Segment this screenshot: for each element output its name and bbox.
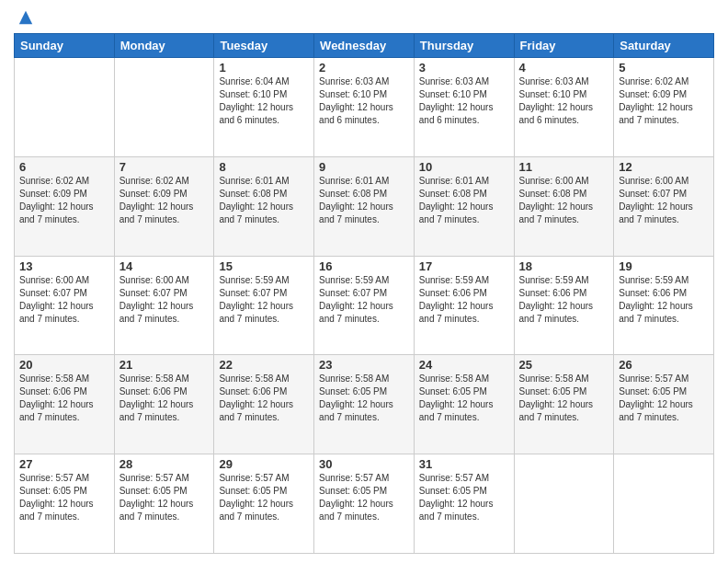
calendar-cell: 10Sunrise: 6:01 AM Sunset: 6:08 PM Dayli… <box>414 156 514 256</box>
calendar-cell: 18Sunrise: 5:59 AM Sunset: 6:06 PM Dayli… <box>514 256 614 355</box>
day-number: 9 <box>319 160 409 174</box>
day-number: 6 <box>19 160 109 174</box>
day-info: Sunrise: 5:57 AM Sunset: 6:05 PM Dayligh… <box>319 472 409 523</box>
svg-marker-0 <box>19 11 32 24</box>
day-info: Sunrise: 5:59 AM Sunset: 6:06 PM Dayligh… <box>619 274 709 326</box>
day-number: 3 <box>419 61 509 75</box>
day-info: Sunrise: 6:00 AM Sunset: 6:07 PM Dayligh… <box>19 274 109 326</box>
day-info: Sunrise: 5:57 AM Sunset: 6:05 PM Dayligh… <box>219 472 309 523</box>
day-number: 2 <box>319 61 409 75</box>
day-number: 4 <box>519 61 609 75</box>
day-info: Sunrise: 5:59 AM Sunset: 6:06 PM Dayligh… <box>419 274 509 326</box>
day-number: 1 <box>219 61 309 75</box>
weekday-header-thursday: Thursday <box>414 34 514 58</box>
day-number: 23 <box>319 358 409 372</box>
day-info: Sunrise: 5:58 AM Sunset: 6:05 PM Dayligh… <box>419 373 509 424</box>
day-number: 29 <box>219 457 309 471</box>
calendar-cell: 28Sunrise: 5:57 AM Sunset: 6:05 PM Dayli… <box>114 454 214 554</box>
day-info: Sunrise: 5:59 AM Sunset: 6:06 PM Dayligh… <box>519 274 609 326</box>
day-info: Sunrise: 6:00 AM Sunset: 6:07 PM Dayligh… <box>619 175 709 226</box>
day-info: Sunrise: 5:58 AM Sunset: 6:06 PM Dayligh… <box>119 373 210 424</box>
calendar-cell: 30Sunrise: 5:57 AM Sunset: 6:05 PM Dayli… <box>314 454 415 554</box>
day-number: 14 <box>119 259 210 273</box>
day-info: Sunrise: 5:57 AM Sunset: 6:05 PM Dayligh… <box>419 472 509 523</box>
calendar-cell: 12Sunrise: 6:00 AM Sunset: 6:07 PM Dayli… <box>614 156 714 256</box>
day-number: 5 <box>619 61 709 75</box>
day-info: Sunrise: 5:58 AM Sunset: 6:05 PM Dayligh… <box>319 373 409 424</box>
calendar-cell: 22Sunrise: 5:58 AM Sunset: 6:06 PM Dayli… <box>214 355 314 454</box>
day-number: 11 <box>519 160 609 174</box>
day-info: Sunrise: 6:00 AM Sunset: 6:08 PM Dayligh… <box>519 175 609 226</box>
calendar-cell: 17Sunrise: 5:59 AM Sunset: 6:06 PM Dayli… <box>414 256 514 355</box>
day-info: Sunrise: 6:03 AM Sunset: 6:10 PM Dayligh… <box>519 75 609 127</box>
day-info: Sunrise: 5:57 AM Sunset: 6:05 PM Dayligh… <box>119 472 210 523</box>
calendar-cell: 31Sunrise: 5:57 AM Sunset: 6:05 PM Dayli… <box>414 454 514 554</box>
weekday-header-friday: Friday <box>514 34 614 58</box>
page: SundayMondayTuesdayWednesdayThursdayFrid… <box>0 0 728 563</box>
calendar-cell: 24Sunrise: 5:58 AM Sunset: 6:05 PM Dayli… <box>414 355 514 454</box>
week-row-5: 27Sunrise: 5:57 AM Sunset: 6:05 PM Dayli… <box>15 454 714 554</box>
day-info: Sunrise: 6:00 AM Sunset: 6:07 PM Dayligh… <box>119 274 210 326</box>
day-info: Sunrise: 5:58 AM Sunset: 6:05 PM Dayligh… <box>519 373 609 424</box>
calendar-cell: 2Sunrise: 6:03 AM Sunset: 6:10 PM Daylig… <box>314 58 415 157</box>
day-number: 28 <box>119 457 210 471</box>
weekday-header-saturday: Saturday <box>614 34 714 58</box>
calendar-cell: 3Sunrise: 6:03 AM Sunset: 6:10 PM Daylig… <box>414 58 514 157</box>
day-number: 17 <box>419 259 509 273</box>
calendar-cell <box>614 454 714 554</box>
day-number: 26 <box>619 358 709 372</box>
day-number: 21 <box>119 358 210 372</box>
calendar-cell: 23Sunrise: 5:58 AM Sunset: 6:05 PM Dayli… <box>314 355 415 454</box>
calendar-cell: 9Sunrise: 6:01 AM Sunset: 6:08 PM Daylig… <box>314 156 415 256</box>
week-row-4: 20Sunrise: 5:58 AM Sunset: 6:06 PM Dayli… <box>15 355 714 454</box>
day-info: Sunrise: 6:02 AM Sunset: 6:09 PM Dayligh… <box>119 175 210 226</box>
day-number: 7 <box>119 160 210 174</box>
week-row-3: 13Sunrise: 6:00 AM Sunset: 6:07 PM Dayli… <box>15 256 714 355</box>
calendar-cell: 5Sunrise: 6:02 AM Sunset: 6:09 PM Daylig… <box>614 58 714 157</box>
day-info: Sunrise: 6:02 AM Sunset: 6:09 PM Dayligh… <box>19 175 109 226</box>
day-info: Sunrise: 5:59 AM Sunset: 6:07 PM Dayligh… <box>319 274 409 326</box>
day-number: 8 <box>219 160 309 174</box>
week-row-1: 1Sunrise: 6:04 AM Sunset: 6:10 PM Daylig… <box>15 58 714 157</box>
weekday-header-row: SundayMondayTuesdayWednesdayThursdayFrid… <box>15 34 714 58</box>
calendar-cell: 13Sunrise: 6:00 AM Sunset: 6:07 PM Dayli… <box>15 256 115 355</box>
calendar-cell: 27Sunrise: 5:57 AM Sunset: 6:05 PM Dayli… <box>15 454 115 554</box>
day-number: 31 <box>419 457 509 471</box>
week-row-2: 6Sunrise: 6:02 AM Sunset: 6:09 PM Daylig… <box>15 156 714 256</box>
calendar-table: SundayMondayTuesdayWednesdayThursdayFrid… <box>14 33 714 554</box>
weekday-header-monday: Monday <box>114 34 214 58</box>
day-info: Sunrise: 5:59 AM Sunset: 6:07 PM Dayligh… <box>219 274 309 326</box>
day-info: Sunrise: 6:02 AM Sunset: 6:09 PM Dayligh… <box>619 75 709 127</box>
calendar-cell: 7Sunrise: 6:02 AM Sunset: 6:09 PM Daylig… <box>114 156 214 256</box>
day-number: 16 <box>319 259 409 273</box>
calendar-cell: 8Sunrise: 6:01 AM Sunset: 6:08 PM Daylig… <box>214 156 314 256</box>
logo-icon <box>17 9 34 26</box>
day-number: 15 <box>219 259 309 273</box>
day-number: 20 <box>19 358 109 372</box>
calendar-cell: 1Sunrise: 6:04 AM Sunset: 6:10 PM Daylig… <box>214 58 314 157</box>
day-info: Sunrise: 6:03 AM Sunset: 6:10 PM Dayligh… <box>319 75 409 127</box>
day-number: 25 <box>519 358 609 372</box>
day-info: Sunrise: 6:01 AM Sunset: 6:08 PM Dayligh… <box>419 175 509 226</box>
calendar-cell <box>114 58 214 157</box>
day-info: Sunrise: 5:58 AM Sunset: 6:06 PM Dayligh… <box>19 373 109 424</box>
day-number: 19 <box>619 259 709 273</box>
calendar-cell: 26Sunrise: 5:57 AM Sunset: 6:05 PM Dayli… <box>614 355 714 454</box>
day-info: Sunrise: 5:57 AM Sunset: 6:05 PM Dayligh… <box>619 373 709 424</box>
day-number: 10 <box>419 160 509 174</box>
day-number: 24 <box>419 358 509 372</box>
day-info: Sunrise: 6:03 AM Sunset: 6:10 PM Dayligh… <box>419 75 509 127</box>
day-number: 12 <box>619 160 709 174</box>
calendar-cell: 14Sunrise: 6:00 AM Sunset: 6:07 PM Dayli… <box>114 256 214 355</box>
day-number: 30 <box>319 457 409 471</box>
day-info: Sunrise: 6:01 AM Sunset: 6:08 PM Dayligh… <box>219 175 309 226</box>
weekday-header-tuesday: Tuesday <box>214 34 314 58</box>
day-number: 27 <box>19 457 109 471</box>
day-info: Sunrise: 6:01 AM Sunset: 6:08 PM Dayligh… <box>319 175 409 226</box>
day-number: 22 <box>219 358 309 372</box>
day-number: 18 <box>519 259 609 273</box>
calendar-cell <box>15 58 115 157</box>
day-info: Sunrise: 6:04 AM Sunset: 6:10 PM Dayligh… <box>219 75 309 127</box>
calendar-cell: 4Sunrise: 6:03 AM Sunset: 6:10 PM Daylig… <box>514 58 614 157</box>
calendar-cell: 15Sunrise: 5:59 AM Sunset: 6:07 PM Dayli… <box>214 256 314 355</box>
